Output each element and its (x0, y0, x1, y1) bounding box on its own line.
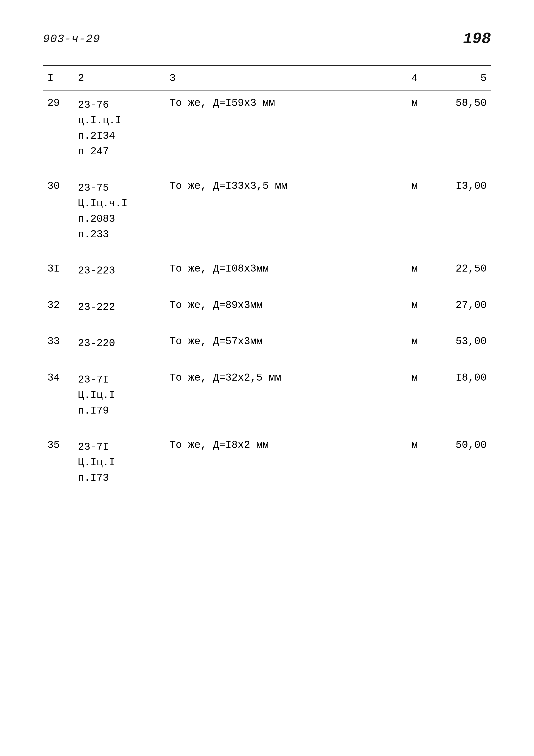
row-price: 22,50 (435, 257, 491, 285)
page-header: 903-ч-29 198 (43, 30, 491, 48)
row-unit: м (394, 366, 435, 425)
page: 903-ч-29 198 I 2 3 4 5 2923-76 ц.I.ц.I п… (0, 0, 534, 756)
row-unit: м (394, 257, 435, 285)
row-price: I3,00 (435, 174, 491, 249)
row-num: 29 (43, 91, 74, 166)
row-ref: 23-222 (74, 293, 165, 321)
table-container: I 2 3 4 5 2923-76 ц.I.ц.I п.2I34 п 247То… (43, 65, 491, 500)
row-desc: То же, Д=89х3мм (165, 293, 394, 321)
page-number: 198 (463, 30, 491, 48)
row-ref: 23-76 ц.I.ц.I п.2I34 п 247 (74, 91, 165, 166)
doc-number: 903-ч-29 (43, 33, 100, 45)
col-header-3: 3 (165, 66, 394, 91)
row-spacer (43, 424, 491, 433)
row-price: I8,00 (435, 366, 491, 425)
row-ref: 23-223 (74, 257, 165, 285)
row-price: 50,00 (435, 433, 491, 492)
row-price: 53,00 (435, 330, 491, 357)
table-row: 3223-222То же, Д=89х3ммм27,00 (43, 293, 491, 321)
row-spacer (43, 248, 491, 257)
row-ref: 23-7I Ц.Iц.I п.I73 (74, 433, 165, 492)
row-desc: То же, Д=57х3мм (165, 330, 394, 357)
row-unit: м (394, 330, 435, 357)
row-desc: То же, Д=I59х3 мм (165, 91, 394, 166)
row-num: 32 (43, 293, 74, 321)
row-num: 35 (43, 433, 74, 492)
row-unit: м (394, 174, 435, 249)
col-header-2: 2 (74, 66, 165, 91)
row-desc: То же, Д=I08х3мм (165, 257, 394, 285)
table-row: 3023-75 Ц.Iц.ч.I п.2083 п.233То же, Д=I3… (43, 174, 491, 249)
row-unit: м (394, 91, 435, 166)
row-spacer (43, 357, 491, 366)
row-ref: 23-220 (74, 330, 165, 357)
row-spacer (43, 492, 491, 500)
row-spacer (43, 321, 491, 330)
row-desc: То же, Д=I33х3,5 мм (165, 174, 394, 249)
row-ref: 23-7I Ц.Iц.I п.I79 (74, 366, 165, 425)
table-row: 3323-220То же, Д=57х3ммм53,00 (43, 330, 491, 357)
row-num: 30 (43, 174, 74, 249)
main-table: I 2 3 4 5 2923-76 ц.I.ц.I п.2I34 п 247То… (43, 65, 491, 500)
row-num: 3I (43, 257, 74, 285)
row-ref: 23-75 Ц.Iц.ч.I п.2083 п.233 (74, 174, 165, 249)
table-row: 3523-7I Ц.Iц.I п.I73То же, Д=I8х2 ммм50,… (43, 433, 491, 492)
table-row: 3423-7I Ц.Iц.I п.I79То же, Д=32х2,5 мммI… (43, 366, 491, 425)
row-unit: м (394, 433, 435, 492)
row-desc: То же, Д=I8х2 мм (165, 433, 394, 492)
col-header-1: I (43, 66, 74, 91)
col-header-4: 4 (394, 66, 435, 91)
table-header-row: I 2 3 4 5 (43, 66, 491, 91)
row-spacer (43, 166, 491, 174)
row-desc: То же, Д=32х2,5 мм (165, 366, 394, 425)
table-row: 2923-76 ц.I.ц.I п.2I34 п 247То же, Д=I59… (43, 91, 491, 166)
row-num: 34 (43, 366, 74, 425)
col-header-5: 5 (435, 66, 491, 91)
table-row: 3I23-223То же, Д=I08х3ммм22,50 (43, 257, 491, 285)
row-unit: м (394, 293, 435, 321)
row-price: 58,50 (435, 91, 491, 166)
row-spacer (43, 285, 491, 293)
row-num: 33 (43, 330, 74, 357)
row-price: 27,00 (435, 293, 491, 321)
